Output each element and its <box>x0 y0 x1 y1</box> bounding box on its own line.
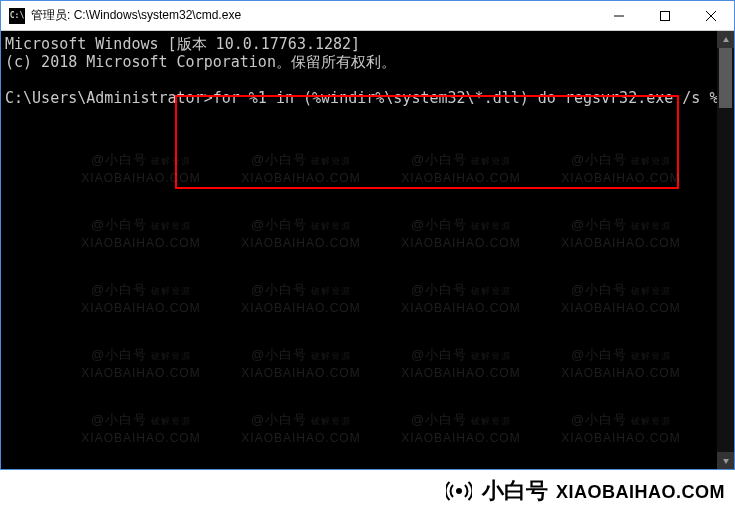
watermark-cell: @小白号破解资源XIAOBAIHAO.COM <box>381 411 541 445</box>
window-controls <box>596 1 734 30</box>
scroll-thumb[interactable] <box>719 48 732 108</box>
watermark-cell: @小白号破解资源XIAOBAIHAO.COM <box>221 411 381 445</box>
svg-marker-5 <box>723 459 729 464</box>
cmd-icon: C:\ <box>9 8 25 24</box>
minimize-button[interactable] <box>596 1 642 30</box>
svg-rect-1 <box>661 11 670 20</box>
watermark-cell: @小白号破解资源XIAOBAIHAO.COM <box>541 281 701 315</box>
watermark-cell: @小白号破解资源XIAOBAIHAO.COM <box>61 411 221 445</box>
brand-text: 小白号 XIAOBAIHAO.COM <box>482 480 725 502</box>
vertical-scrollbar[interactable] <box>717 31 734 469</box>
terminal-output: Microsoft Windows [版本 10.0.17763.1282] (… <box>5 35 727 107</box>
watermark-cell: @小白号破解资源XIAOBAIHAO.COM <box>541 216 701 250</box>
watermark-cell: @小白号破解资源XIAOBAIHAO.COM <box>61 281 221 315</box>
close-button[interactable] <box>688 1 734 30</box>
command-highlight-annotation <box>175 95 679 189</box>
watermark-cell: @小白号破解资源XIAOBAIHAO.COM <box>221 346 381 380</box>
scroll-track[interactable] <box>717 48 734 452</box>
title-bar[interactable]: C:\ 管理员: C:\Windows\system32\cmd.exe <box>1 1 734 31</box>
watermark-layer: @小白号破解资源XIAOBAIHAO.COM@小白号破解资源XIAOBAIHAO… <box>1 61 717 469</box>
terminal-area[interactable]: Microsoft Windows [版本 10.0.17763.1282] (… <box>1 31 734 469</box>
maximize-button[interactable] <box>642 1 688 30</box>
watermark-cell: @小白号破解资源XIAOBAIHAO.COM <box>61 216 221 250</box>
watermark-cell: @小白号破解资源XIAOBAIHAO.COM <box>541 151 701 185</box>
watermark-cell: @小白号破解资源XIAOBAIHAO.COM <box>221 281 381 315</box>
scroll-down-button[interactable] <box>717 452 734 469</box>
watermark-cell: @小白号破解资源XIAOBAIHAO.COM <box>541 346 701 380</box>
window-title: 管理员: C:\Windows\system32\cmd.exe <box>31 7 241 24</box>
scroll-up-button[interactable] <box>717 31 734 48</box>
brand-name-cn: 小白号 <box>482 480 548 502</box>
watermark-cell: @小白号破解资源XIAOBAIHAO.COM <box>61 346 221 380</box>
svg-point-6 <box>456 488 462 494</box>
brand-broadcast-icon <box>446 478 472 504</box>
brand-bar: 小白号 XIAOBAIHAO.COM <box>0 470 735 512</box>
watermark-cell: @小白号破解资源XIAOBAIHAO.COM <box>381 216 541 250</box>
watermark-cell: @小白号破解资源XIAOBAIHAO.COM <box>381 346 541 380</box>
watermark-cell: @小白号破解资源XIAOBAIHAO.COM <box>61 151 221 185</box>
svg-marker-4 <box>723 37 729 42</box>
watermark-cell: @小白号破解资源XIAOBAIHAO.COM <box>541 411 701 445</box>
watermark-cell: @小白号破解资源XIAOBAIHAO.COM <box>381 281 541 315</box>
brand-name-en: XIAOBAIHAO.COM <box>556 483 725 501</box>
cmd-window: C:\ 管理员: C:\Windows\system32\cmd.exe Mic… <box>0 0 735 470</box>
watermark-cell: @小白号破解资源XIAOBAIHAO.COM <box>221 216 381 250</box>
watermark-cell: @小白号破解资源XIAOBAIHAO.COM <box>381 151 541 185</box>
watermark-cell: @小白号破解资源XIAOBAIHAO.COM <box>221 151 381 185</box>
